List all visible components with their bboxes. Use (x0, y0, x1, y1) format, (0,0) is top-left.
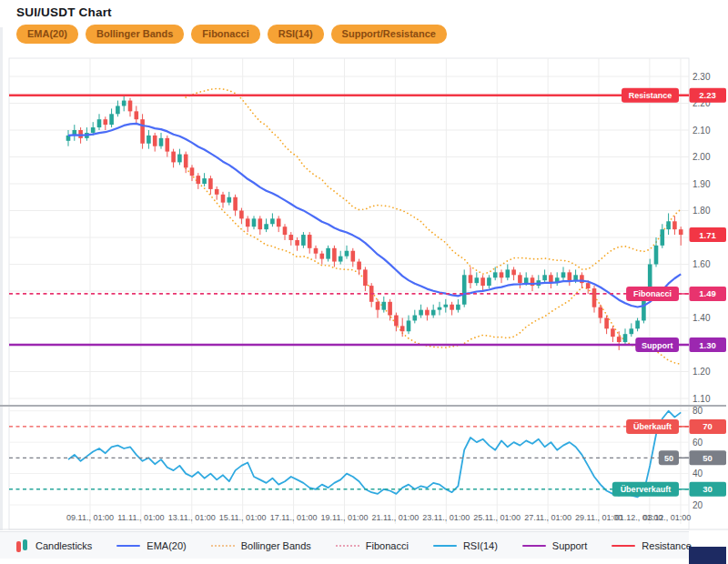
svg-text:Überkauft: Überkauft (633, 422, 672, 431)
legend-swatch (336, 545, 359, 547)
chart-canvas[interactable]: 2.302.202.102.001.901.801.601.401.201.10… (0, 0, 728, 564)
indicator-button-ema-20[interactable]: EMA(20) (16, 25, 78, 44)
legend-item-rsi-14: RSI(14) (433, 540, 498, 551)
svg-text:50: 50 (664, 454, 673, 463)
indicator-toolbar: EMA(20)Bollinger BandsFibonacciRSI(14)Su… (16, 25, 447, 44)
price-axis-tick: 1.10 (693, 394, 711, 404)
svg-text:Support: Support (642, 341, 673, 350)
svg-text:50: 50 (703, 453, 713, 463)
price-axis-tick: 1.20 (693, 367, 711, 377)
svg-text:30: 30 (703, 484, 713, 494)
indicator-button-support-resistance[interactable]: Support/Resistance (331, 25, 447, 44)
svg-text:Überverkauft: Überverkauft (621, 485, 672, 494)
rsi-axis-tick: 60 (693, 438, 703, 448)
candlesticks-layer (66, 96, 683, 350)
x-axis-label: 23.11., 01:00 (422, 513, 470, 522)
indicator-button-fibonacci[interactable]: Fibonacci (191, 25, 259, 44)
svg-text:2.23: 2.23 (699, 90, 716, 100)
page-title: SUI/USDT Chart (16, 5, 112, 19)
price-axis-tick: 1.60 (693, 259, 711, 269)
price-axis-tick: 2.00 (693, 152, 711, 162)
legend-swatch (612, 545, 635, 547)
legend-label: Candlesticks (35, 540, 92, 551)
bollinger-lower-line (186, 168, 681, 364)
rsi-line (68, 411, 681, 498)
x-axis-label: 27.11., 01:00 (524, 513, 571, 522)
rsi-axis-tick: 80 (693, 406, 703, 416)
legend-label: Bollinger Bands (241, 540, 311, 551)
x-axis-label: 11.11., 01:00 (117, 513, 164, 522)
rsi-axis-tick: 20 (693, 500, 703, 510)
price-axis-tick: 1.90 (693, 179, 711, 189)
chart-frame (9, 58, 689, 529)
levels-layer: Resistance2.23Fibonacci1.49Support1.301.… (9, 88, 726, 497)
ema-line (68, 124, 681, 307)
legend-item-bollinger-bands: Bollinger Bands (211, 540, 311, 551)
legend-item-resistance: Resistance (612, 540, 691, 551)
x-axis-label: 17.11., 01:00 (270, 513, 318, 522)
x-axis-label: 13.11., 01:00 (168, 513, 216, 522)
legend-item-candlesticks: Candlesticks (15, 539, 92, 553)
x-axis-label: 15.11., 01:00 (219, 513, 267, 522)
svg-text:1.49: 1.49 (699, 288, 716, 298)
legend-label: Fibonacci (366, 540, 409, 551)
legend-item-fibonacci: Fibonacci (336, 540, 409, 551)
legend-label: Support (552, 540, 588, 551)
svg-text:1.30: 1.30 (699, 340, 716, 350)
legend-item-support: Support (522, 540, 588, 551)
chart-legend: CandlesticksEMA(20)Bollinger BandsFibona… (0, 531, 689, 559)
legend-swatch (116, 545, 140, 547)
x-axis-label: 25.11., 01:00 (473, 513, 521, 522)
legend-item-ema-20: EMA(20) (116, 540, 186, 551)
candlesticks-icon (15, 539, 29, 553)
bottom-right-badge (689, 547, 726, 564)
price-axis-tick: 2.30 (693, 72, 711, 82)
price-axis-tick: 1.80 (693, 206, 711, 216)
indicator-button-rsi-14[interactable]: RSI(14) (268, 25, 324, 44)
svg-text:Fibonacci: Fibonacci (633, 289, 672, 298)
legend-swatch (433, 545, 457, 547)
price-axis-tick: 2.10 (693, 126, 711, 136)
bollinger-upper-line (186, 88, 681, 274)
legend-swatch (522, 545, 546, 547)
rsi-axis-tick: 40 (693, 468, 703, 478)
x-axis-label: 19.11., 01:00 (321, 513, 369, 522)
svg-text:1.71: 1.71 (699, 230, 716, 240)
svg-text:Resistance: Resistance (629, 91, 672, 100)
indicator-button-bollinger-bands[interactable]: Bollinger Bands (86, 25, 184, 44)
price-axis-tick: 1.40 (693, 313, 711, 323)
legend-swatch (211, 545, 235, 547)
x-axis-label: 21.11., 01:00 (371, 513, 419, 522)
svg-text:70: 70 (703, 421, 713, 431)
x-axis-label: 09.11., 01:00 (66, 513, 114, 522)
x-axis-label: 03.12., 01:00 (643, 513, 692, 522)
legend-label: Resistance (642, 540, 691, 551)
legend-label: RSI(14) (463, 540, 498, 551)
legend-label: EMA(20) (147, 540, 186, 551)
